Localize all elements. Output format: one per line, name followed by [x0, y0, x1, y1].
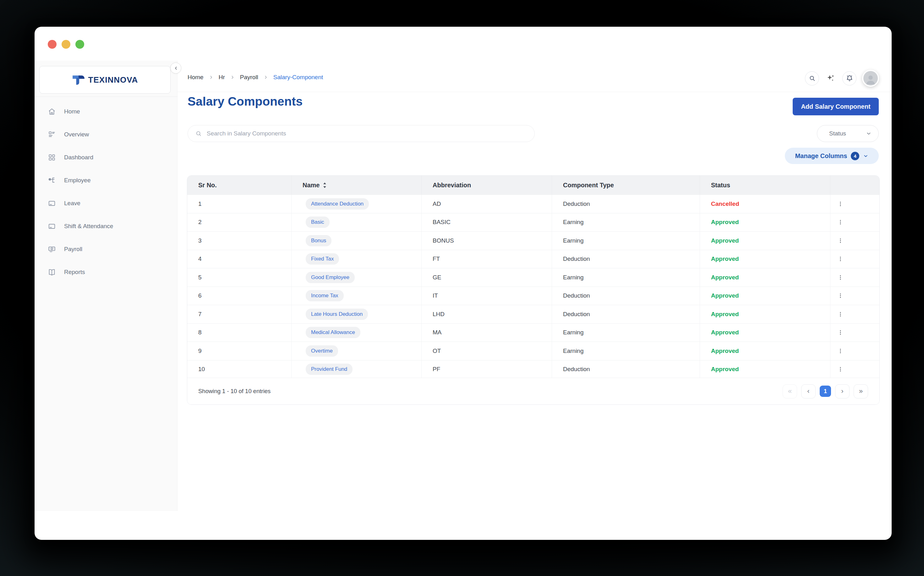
sidebar-item-home[interactable]: Home [35, 105, 177, 118]
home-icon [48, 107, 56, 116]
name-chip[interactable]: Fixed Tax [306, 253, 339, 265]
cell-name: Late Hours Deduction [291, 305, 422, 323]
sidebar-item-overview[interactable]: Overview [35, 128, 177, 141]
avatar[interactable] [862, 70, 879, 87]
status-filter-dropdown[interactable]: Status [817, 125, 879, 142]
search-input[interactable] [207, 130, 527, 137]
sidebar-item-shift-attendance[interactable]: Shift & Attendance [35, 220, 177, 232]
column-header-component-type: Component Type [552, 176, 700, 195]
cell-actions [830, 268, 879, 286]
pagination: «‹1›» [783, 384, 868, 398]
sidebar-item-leave[interactable]: Leave [35, 197, 177, 210]
name-chip[interactable]: Bonus [306, 235, 331, 246]
cell-component-type: Earning [552, 268, 700, 286]
cell-actions [830, 324, 879, 342]
cell-name: Overtime [291, 342, 422, 360]
kebab-menu-icon[interactable] [835, 327, 846, 338]
sidebar-item-label: Employee [64, 177, 91, 184]
column-header-label: Abbreviation [433, 182, 471, 189]
bell-icon [846, 74, 853, 82]
page-title: Salary Components [187, 94, 302, 109]
brand-logo: TEXINNOVA [39, 66, 171, 94]
cell-abbreviation: GE [422, 268, 552, 286]
table-body: 1Attendance DeductionADDeductionCancelle… [187, 195, 879, 378]
kebab-menu-icon[interactable] [835, 346, 846, 357]
sidebar-item-dashboard[interactable]: Dashboard [35, 151, 177, 164]
status-filter-label: Status [829, 130, 846, 137]
pagination-next-page[interactable]: › [835, 384, 850, 398]
cell-component-type: Earning [552, 213, 700, 232]
cell-component-type: Earning [552, 232, 700, 250]
kebab-menu-icon[interactable] [835, 216, 846, 228]
name-chip[interactable]: Provident Fund [306, 363, 353, 375]
name-chip[interactable]: Good Employee [306, 272, 355, 283]
cell-status: Approved [700, 213, 830, 232]
sort-icon[interactable] [323, 182, 327, 189]
cell-component-type: Deduction [552, 360, 700, 379]
kebab-menu-icon[interactable] [835, 253, 846, 265]
zoom-button[interactable] [75, 40, 84, 49]
ai-assistant-button[interactable] [825, 72, 837, 84]
table-row: 7Late Hours DeductionLHDDeductionApprove… [187, 305, 879, 323]
cell-abbreviation: IT [422, 287, 552, 305]
pagination-last-page[interactable]: » [854, 384, 868, 398]
cell-actions [830, 213, 879, 232]
cell-status: Approved [700, 250, 830, 268]
name-chip[interactable]: Basic [306, 216, 329, 228]
search-button[interactable] [805, 71, 819, 85]
breadcrumb-item-salary-component[interactable]: Salary-Component [273, 74, 323, 81]
cell-actions [830, 195, 879, 213]
cell-component-type: Earning [552, 342, 700, 360]
pagination-first-page[interactable]: « [783, 384, 797, 398]
sidebar-item-payroll[interactable]: Payroll [35, 243, 177, 256]
cell-status: Approved [700, 287, 830, 305]
table-row: 9OvertimeOTEarningApproved [187, 342, 879, 360]
name-chip[interactable]: Medical Allowance [306, 327, 360, 338]
kebab-menu-icon[interactable] [835, 363, 846, 375]
sidebar: TEXINNOVA HomeOverviewDashboardEmployeeL… [35, 61, 177, 511]
chevron-down-icon [866, 131, 871, 136]
cell-name: Bonus [291, 232, 422, 250]
breadcrumb: HomeHrPayrollSalary-Component [187, 74, 323, 81]
kebab-menu-icon[interactable] [835, 272, 846, 283]
breadcrumb-item-home[interactable]: Home [187, 74, 204, 81]
cell-status: Cancelled [700, 195, 830, 213]
table-row: 4Fixed TaxFTDeductionApproved [187, 250, 879, 268]
pagination-prev-page[interactable]: ‹ [801, 384, 815, 398]
dashboard-icon [48, 154, 56, 162]
column-header-label: Status [711, 182, 730, 189]
pagination-page-1[interactable]: 1 [820, 386, 831, 397]
sidebar-item-employee[interactable]: Employee [35, 174, 177, 187]
sidebar-item-label: Reports [64, 269, 85, 275]
name-chip[interactable]: Income Tax [306, 290, 344, 301]
name-chip[interactable]: Late Hours Deduction [306, 309, 368, 320]
kebab-menu-icon[interactable] [835, 309, 846, 320]
name-chip[interactable]: Overtime [306, 346, 338, 357]
cell-abbreviation: BASIC [422, 213, 552, 232]
kebab-menu-icon[interactable] [835, 290, 846, 301]
notifications-button[interactable] [842, 71, 857, 85]
close-button[interactable] [48, 40, 56, 49]
app-window: TEXINNOVA HomeOverviewDashboardEmployeeL… [35, 27, 892, 540]
salary-components-table: Sr No.NameAbbreviationComponent TypeStat… [187, 175, 880, 405]
sidebar-collapse-button[interactable] [170, 62, 181, 74]
column-header-name[interactable]: Name [291, 176, 422, 195]
cell-component-type: Deduction [552, 305, 700, 323]
search-icon [809, 75, 815, 82]
name-chip[interactable]: Attendance Deduction [306, 198, 369, 210]
minimize-button[interactable] [62, 40, 70, 49]
sidebar-item-reports[interactable]: Reports [35, 266, 177, 278]
table-row: 8Medical AllowanceMAEarningApproved [187, 323, 879, 342]
kebab-menu-icon[interactable] [835, 198, 846, 210]
cell-actions [830, 360, 879, 379]
add-salary-component-button[interactable]: Add Salary Component [793, 98, 879, 115]
cell-status: Approved [700, 342, 830, 360]
cell-sr-no: 2 [187, 213, 291, 232]
manage-columns-label: Manage Columns [795, 152, 847, 160]
manage-columns-button[interactable]: Manage Columns 4 [785, 148, 879, 164]
breadcrumb-item-hr[interactable]: Hr [219, 74, 225, 81]
kebab-menu-icon[interactable] [835, 235, 846, 246]
breadcrumb-item-payroll[interactable]: Payroll [240, 74, 258, 81]
cell-component-type: Deduction [552, 250, 700, 268]
cell-name: Fixed Tax [291, 250, 422, 268]
